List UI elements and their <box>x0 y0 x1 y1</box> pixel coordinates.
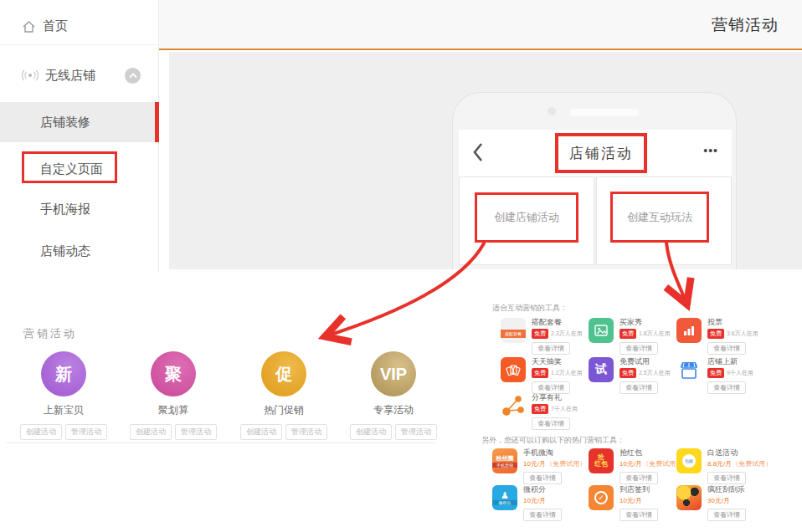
view-detail-button[interactable]: 查看详情 <box>523 509 562 521</box>
free-badge: 免费 <box>707 368 724 378</box>
view-detail-button[interactable]: 查看详情 <box>532 417 570 430</box>
tool-tile-scratch-card: 疯狂刮刮乐 30元/月 查看详情 <box>676 485 770 521</box>
create-activity-button[interactable]: 创建活动 <box>20 424 62 440</box>
create-activity-button[interactable]: 创建活动 <box>130 424 172 440</box>
tool-title: 白送活动 <box>707 448 772 457</box>
page-header: 营销活动 <box>159 0 802 50</box>
view-detail-button[interactable]: 查看详情 <box>619 472 658 484</box>
view-detail-button[interactable]: 查看详情 <box>619 342 658 355</box>
tool-title: 疯狂刮刮乐 <box>707 485 746 494</box>
tool-title: 店铺上新 <box>707 357 753 366</box>
tool-tile-share: 分享有礼 免费7千人在用 查看详情 <box>501 393 594 430</box>
manage-activity-button[interactable]: 管理活动 <box>395 424 437 440</box>
scratch-card-icon <box>676 485 702 510</box>
sidebar-item-label: 店铺动态 <box>40 243 90 259</box>
vote-bar-chart-icon <box>676 318 702 343</box>
panel-title: 营销活动 <box>23 326 77 341</box>
gift-sticker-icon: 包邮 <box>676 448 702 473</box>
tool-tile-outfit: 搭配套餐 搭配套餐 免费2.3万人在用 查看详情 <box>501 318 594 355</box>
phone-nav-bar: 店铺活动 ••• <box>459 130 732 176</box>
users-count: 3.6万人在用 <box>727 330 758 338</box>
sidebar-item-label: 无线店铺 <box>45 68 95 84</box>
sidebar-item-shop-dynamics[interactable]: 店铺动态 <box>0 233 159 269</box>
back-chevron-icon[interactable] <box>472 142 484 166</box>
tool-title: 投票 <box>707 318 758 326</box>
view-detail-button[interactable]: 查看详情 <box>619 381 658 394</box>
sidebar-item-custom-page[interactable]: 自定义页面 <box>0 151 159 187</box>
view-detail-button[interactable]: 查看详情 <box>707 381 746 394</box>
tool-tile-free-gift: 包邮 白送活动 8.8元/月（免费试用） 查看详情 <box>676 448 770 484</box>
sidebar-item-shop-decoration[interactable]: 店铺装修 <box>0 102 159 142</box>
free-badge: 免费 <box>532 329 548 339</box>
tool-tile-micro-points: ♟微积分 微积分 10元/月 查看详情 <box>492 485 586 521</box>
view-detail-button[interactable]: 查看详情 <box>707 342 746 355</box>
manage-activity-button[interactable]: 管理活动 <box>65 424 107 440</box>
create-activity-button[interactable]: 创建活动 <box>240 424 282 440</box>
sidebar-item-label: 手机海报 <box>40 202 90 217</box>
users-count: 9千人在用 <box>727 369 753 377</box>
users-count: 7千人在用 <box>551 405 578 413</box>
more-menu-icon[interactable]: ••• <box>703 144 718 157</box>
activity-vip-exclusive: VIP 专享活动 创建活动 管理活动 <box>342 351 445 440</box>
phone-mockup: 店铺活动 ••• 创建店铺活动 创建互动玩法 <box>452 92 737 269</box>
free-badge: 免费 <box>532 404 548 414</box>
vip-icon[interactable]: VIP <box>371 351 416 396</box>
free-badge: 免费 <box>619 368 636 378</box>
share-nodes-icon <box>501 393 526 418</box>
view-detail-button[interactable]: 查看详情 <box>619 509 658 521</box>
lottery-tickets-icon <box>501 357 526 382</box>
tool-price: 10元/月（免费试用） <box>619 459 682 468</box>
page-title: 营销活动 <box>578 14 802 36</box>
tool-price: 30元/月 <box>707 496 746 505</box>
manage-activity-button[interactable]: 管理活动 <box>175 424 217 440</box>
tool-title: 买家秀 <box>619 318 671 326</box>
view-detail-button[interactable]: 查看详情 <box>707 509 746 521</box>
tool-price: 8.8元/月（免费试用） <box>707 459 772 468</box>
phone-camera-icon <box>548 107 556 115</box>
micro-points-icon: ♟微积分 <box>492 485 517 510</box>
hot-promotion-icon[interactable]: 促 <box>261 351 306 396</box>
activity-hot-promotion: 促 热门促销 创建活动 管理活动 <box>232 351 336 440</box>
tool-title: 天天抽奖 <box>532 357 583 366</box>
paid-tools-heading: 另外，您还可以订购以下的热门营销工具： <box>481 435 625 446</box>
view-detail-button[interactable]: 查看详情 <box>523 472 562 484</box>
phone-panel-left: 创建店铺活动 <box>459 176 594 265</box>
tool-tile-buyer-show: 买家秀 免费1.8万人在用 查看详情 <box>589 318 682 355</box>
activity-name: 聚划算 <box>121 403 225 417</box>
phone-panel-right: 创建互动玩法 <box>596 176 732 265</box>
sidebar-item-wireless-shop[interactable]: 无线店铺 <box>0 57 159 94</box>
tool-tile-free-trial: 试 免费试用 免费2.5万人在用 查看详情 <box>589 357 682 394</box>
tool-title: 微积分 <box>523 485 562 494</box>
storefront-icon <box>676 357 702 382</box>
tool-title: 手机微淘 <box>523 448 586 457</box>
manage-activity-button[interactable]: 管理活动 <box>285 424 327 440</box>
phone-nav-title: 店铺活动 <box>555 133 647 173</box>
tool-tile-fans-circle: 粉丝圈手机营销 手机微淘 10元/月（免费试用） 查看详情 <box>492 448 586 484</box>
create-interactive-play-button[interactable]: 创建互动玩法 <box>610 192 709 243</box>
sidebar-item-mobile-poster[interactable]: 手机海报 <box>0 191 159 228</box>
free-tools-heading: 适合互动营销的工具： <box>492 303 568 314</box>
view-detail-button[interactable]: 查看详情 <box>532 342 570 355</box>
trial-icon: 试 <box>589 357 614 382</box>
tool-price: 10元/月 <box>523 496 562 505</box>
activity-new-items: 新 上新宝贝 创建活动 管理活动 <box>12 351 116 440</box>
sidebar-item-label: 自定义页面 <box>40 161 103 177</box>
tool-title: 搭配套餐 <box>532 318 583 326</box>
tool-tile-store: 店铺上新 免费9千人在用 查看详情 <box>676 357 770 394</box>
juhuasuan-icon[interactable]: 聚 <box>151 351 196 396</box>
sidebar-item-home[interactable]: 首页 <box>0 8 159 45</box>
sidebar: 首页 无线店铺 店铺装修 自定义页面 手机海报 店铺动态 <box>0 0 159 273</box>
collapse-chevron-up-icon[interactable] <box>125 68 141 84</box>
tool-tile-vote: 投票 免费3.6万人在用 查看详情 <box>676 318 770 355</box>
activity-juhuasuan: 聚 聚划算 创建活动 管理活动 <box>121 351 225 440</box>
view-detail-button[interactable]: 查看详情 <box>707 472 746 484</box>
tool-tile-red-packet: 抢红包 抢红包 10元/月（免费试用） 查看详情 <box>589 448 682 484</box>
create-activity-button[interactable]: 创建活动 <box>350 424 392 440</box>
tool-title: 免费试用 <box>619 357 671 366</box>
view-detail-button[interactable]: 查看详情 <box>532 381 570 394</box>
create-shop-activity-button[interactable]: 创建店铺活动 <box>475 192 578 243</box>
phone-speaker-icon <box>570 109 639 116</box>
tool-title: 到店签到 <box>619 485 658 494</box>
free-badge: 免费 <box>707 329 724 339</box>
new-items-icon[interactable]: 新 <box>41 351 86 396</box>
